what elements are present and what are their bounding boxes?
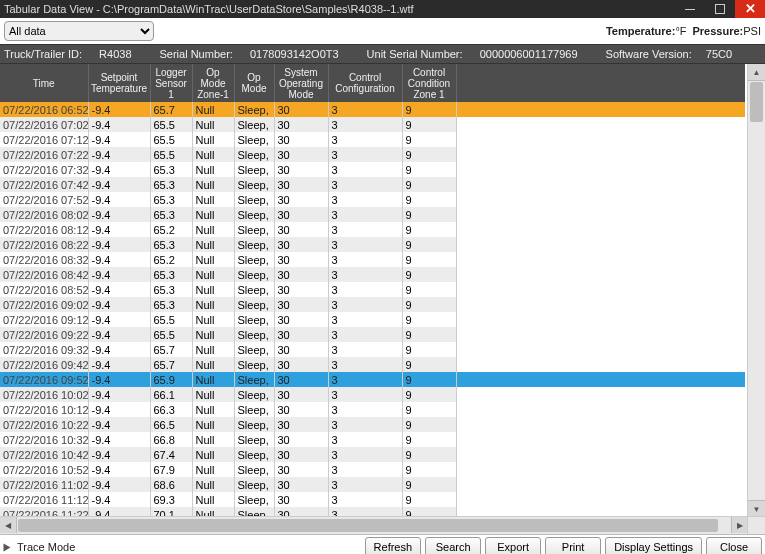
cell[interactable]: 9 [402, 342, 456, 357]
cell[interactable]: Null [192, 312, 234, 327]
cell[interactable] [456, 162, 745, 177]
cell[interactable]: 3 [328, 447, 402, 462]
table-row[interactable]: 07/22/2016 08:32-9.465.2NullSleep,3039 [0, 252, 745, 267]
col-opzone[interactable]: Op Mode Zone-1 [192, 64, 234, 102]
cell[interactable]: 30 [274, 357, 328, 372]
cell[interactable]: -9.4 [88, 372, 150, 387]
cell[interactable]: 65.5 [150, 312, 192, 327]
cell[interactable]: 3 [328, 297, 402, 312]
cell[interactable]: 66.8 [150, 432, 192, 447]
cell[interactable]: 07/22/2016 10:32 [0, 432, 88, 447]
cell[interactable]: 9 [402, 162, 456, 177]
cell[interactable]: 30 [274, 417, 328, 432]
cell[interactable]: Null [192, 117, 234, 132]
cell[interactable]: 68.6 [150, 477, 192, 492]
cell[interactable]: -9.4 [88, 162, 150, 177]
cell[interactable]: Sleep, [234, 402, 274, 417]
cell[interactable]: 9 [402, 492, 456, 507]
cell[interactable]: -9.4 [88, 417, 150, 432]
cell[interactable]: 30 [274, 252, 328, 267]
cell[interactable]: -9.4 [88, 132, 150, 147]
cell[interactable]: 07/22/2016 07:12 [0, 132, 88, 147]
cell[interactable]: Sleep, [234, 237, 274, 252]
cell[interactable]: 65.3 [150, 237, 192, 252]
cell[interactable] [456, 477, 745, 492]
cell[interactable]: 30 [274, 342, 328, 357]
cell[interactable]: -9.4 [88, 177, 150, 192]
cell[interactable]: 65.3 [150, 192, 192, 207]
table-row[interactable]: 07/22/2016 10:42-9.467.4NullSleep,3039 [0, 447, 745, 462]
cell[interactable]: 07/22/2016 10:42 [0, 447, 88, 462]
cell[interactable]: 30 [274, 297, 328, 312]
cell[interactable]: -9.4 [88, 492, 150, 507]
cell[interactable]: -9.4 [88, 462, 150, 477]
col-opmode[interactable]: Op Mode [234, 64, 274, 102]
cell[interactable]: -9.4 [88, 282, 150, 297]
table-row[interactable]: 07/22/2016 10:22-9.466.5NullSleep,3039 [0, 417, 745, 432]
maximize-button[interactable] [705, 0, 735, 18]
cell[interactable]: 9 [402, 477, 456, 492]
cell[interactable]: 07/22/2016 07:52 [0, 192, 88, 207]
col-logger[interactable]: Logger Sensor 1 [150, 64, 192, 102]
cell[interactable]: 65.3 [150, 207, 192, 222]
cell[interactable]: 07/22/2016 08:02 [0, 207, 88, 222]
cell[interactable] [456, 147, 745, 162]
cell[interactable]: Sleep, [234, 102, 274, 117]
cell[interactable]: 65.3 [150, 297, 192, 312]
cell[interactable] [456, 462, 745, 477]
table-row[interactable]: 07/22/2016 09:32-9.465.7NullSleep,3039 [0, 342, 745, 357]
cell[interactable]: 9 [402, 357, 456, 372]
cell[interactable]: 30 [274, 372, 328, 387]
cell[interactable]: Null [192, 252, 234, 267]
cell[interactable] [456, 447, 745, 462]
cell[interactable]: 9 [402, 297, 456, 312]
cell[interactable]: 30 [274, 387, 328, 402]
cell[interactable]: Sleep, [234, 117, 274, 132]
cell[interactable]: Null [192, 102, 234, 117]
cell[interactable]: Sleep, [234, 477, 274, 492]
cell[interactable] [456, 342, 745, 357]
cell[interactable]: -9.4 [88, 147, 150, 162]
col-setpoint[interactable]: Setpoint Temperature [88, 64, 150, 102]
minimize-button[interactable] [675, 0, 705, 18]
cell[interactable]: Null [192, 447, 234, 462]
table-row[interactable]: 07/22/2016 07:52-9.465.3NullSleep,3039 [0, 192, 745, 207]
cell[interactable] [456, 222, 745, 237]
cell[interactable]: 9 [402, 147, 456, 162]
cell[interactable] [456, 177, 745, 192]
search-button[interactable]: Search [425, 537, 481, 554]
cell[interactable]: Null [192, 432, 234, 447]
cell[interactable]: 65.3 [150, 267, 192, 282]
cell[interactable]: Sleep, [234, 177, 274, 192]
table-row[interactable]: 07/22/2016 08:42-9.465.3NullSleep,3039 [0, 267, 745, 282]
cell[interactable] [456, 387, 745, 402]
cell[interactable] [456, 312, 745, 327]
cell[interactable]: -9.4 [88, 192, 150, 207]
close-button[interactable]: Close [706, 537, 762, 554]
cell[interactable]: 07/22/2016 08:52 [0, 282, 88, 297]
cell[interactable] [456, 117, 745, 132]
cell[interactable]: 30 [274, 222, 328, 237]
cell[interactable]: 9 [402, 192, 456, 207]
table-row[interactable]: 07/22/2016 09:22-9.465.5NullSleep,3039 [0, 327, 745, 342]
cell[interactable]: 07/22/2016 11:02 [0, 477, 88, 492]
cell[interactable]: 30 [274, 402, 328, 417]
cell[interactable]: 3 [328, 327, 402, 342]
cell[interactable]: Sleep, [234, 312, 274, 327]
cell[interactable]: 07/22/2016 08:32 [0, 252, 88, 267]
cell[interactable]: Sleep, [234, 432, 274, 447]
cell[interactable]: Sleep, [234, 447, 274, 462]
cell[interactable]: 30 [274, 312, 328, 327]
cell[interactable]: 9 [402, 222, 456, 237]
cell[interactable]: 3 [328, 132, 402, 147]
table-row[interactable]: 07/22/2016 09:12-9.465.5NullSleep,3039 [0, 312, 745, 327]
cell[interactable]: Null [192, 222, 234, 237]
cell[interactable]: 65.7 [150, 357, 192, 372]
cell[interactable]: 3 [328, 357, 402, 372]
cell[interactable]: Sleep, [234, 387, 274, 402]
cell[interactable]: 65.2 [150, 222, 192, 237]
cell[interactable]: Sleep, [234, 192, 274, 207]
cell[interactable]: 9 [402, 252, 456, 267]
cell[interactable]: Null [192, 462, 234, 477]
cell[interactable]: 65.5 [150, 117, 192, 132]
